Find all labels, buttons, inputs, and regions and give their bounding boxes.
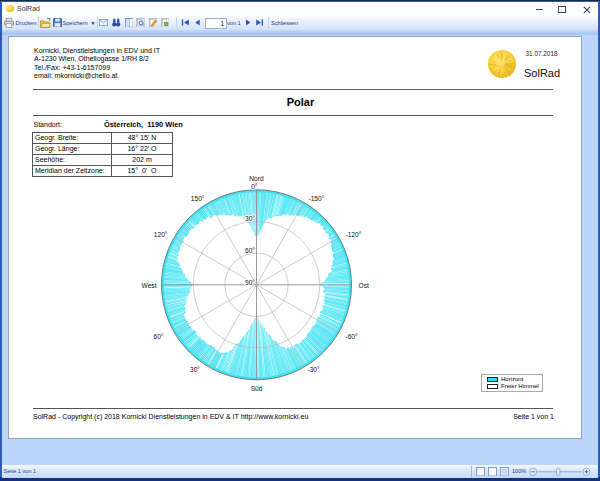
svg-text:30°: 30°: [245, 215, 255, 222]
svg-text:Ost: Ost: [359, 282, 369, 289]
svg-text:60°: 60°: [245, 247, 255, 254]
svg-text:Nord: Nord: [249, 175, 264, 182]
svg-text:150°: 150°: [191, 195, 205, 202]
svg-text:Süd: Süd: [251, 385, 263, 392]
svg-text:60°: 60°: [154, 333, 164, 340]
svg-text:90°: 90°: [245, 279, 255, 286]
svg-text:West: West: [142, 282, 157, 289]
svg-text:30°: 30°: [190, 366, 200, 373]
svg-text:-150°: -150°: [309, 195, 325, 202]
svg-text:0°: 0°: [251, 183, 258, 190]
svg-text:-30°: -30°: [308, 366, 321, 373]
svg-text:120°: 120°: [154, 231, 168, 238]
svg-text:-120°: -120°: [346, 231, 362, 238]
svg-text:-60°: -60°: [346, 333, 359, 340]
